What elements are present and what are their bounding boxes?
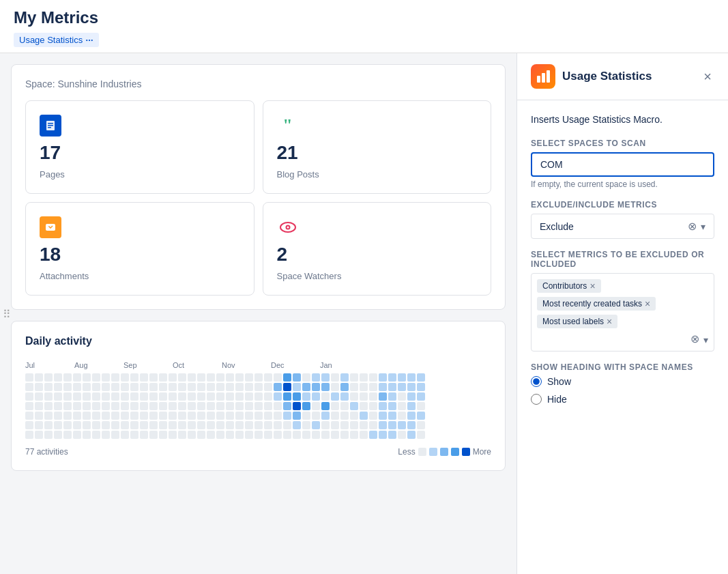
heatmap-cell — [111, 412, 119, 420]
heatmap-cell — [44, 383, 53, 391]
heatmap-cell — [159, 392, 167, 401]
heatmap-cell — [149, 402, 158, 410]
heatmap-cell — [302, 392, 310, 401]
heatmap-cell — [54, 383, 62, 391]
heatmap-cell — [283, 373, 291, 382]
svg-point-0 — [89, 39, 90, 40]
tags-arrow-icon[interactable]: ▾ — [703, 334, 708, 345]
heatmap-cell — [274, 392, 282, 401]
heatmap-cell — [83, 431, 91, 439]
heatmap-cell — [102, 421, 110, 429]
tag-contributors-remove[interactable]: × — [589, 281, 595, 291]
tag-recently-remove[interactable]: × — [645, 299, 650, 308]
tag-labels-remove[interactable]: × — [607, 317, 612, 326]
heatmap-cell — [321, 392, 330, 401]
spaces-input[interactable] — [531, 152, 714, 177]
heatmap-cell — [159, 431, 167, 439]
radio-hide-label[interactable]: Hide — [531, 394, 714, 405]
heatmap-legend: Less More — [398, 447, 491, 457]
heatmap-cell — [121, 421, 129, 429]
heatmap-cell — [159, 383, 167, 391]
left-panel: ⠿ Space: Sunshine Industries 17 Pages " … — [0, 53, 516, 574]
heatmap-cell — [92, 402, 100, 410]
heatmap-cell — [340, 383, 349, 391]
heatmap-cell — [379, 431, 387, 439]
heatmap-cell — [293, 421, 301, 429]
heatmap-cell — [25, 421, 33, 429]
heatmap-cell — [149, 421, 158, 429]
heatmap-cell — [83, 421, 91, 429]
heatmap-cell — [44, 392, 53, 401]
heatmap-cell — [130, 373, 139, 382]
heatmap-cell — [102, 402, 110, 410]
metrics-select[interactable]: Exclude ⊗ ▾ — [531, 214, 714, 239]
heatmap-cell — [321, 383, 330, 391]
heatmap-cell — [25, 402, 33, 410]
metrics-label: Exclude/Include metrics — [531, 200, 714, 210]
heatmap-cell — [398, 373, 406, 382]
heatmap-cell — [407, 402, 416, 410]
heatmap-cell — [63, 383, 72, 391]
close-button[interactable]: × — [701, 67, 714, 86]
watcher-icon — [277, 216, 299, 238]
heatmap-cell — [111, 421, 119, 429]
heatmap-cell — [207, 402, 215, 410]
heatmap-cell — [417, 421, 425, 429]
heatmap-cell — [188, 392, 196, 401]
heatmap-cell — [216, 392, 224, 401]
heatmap-cell — [25, 431, 33, 439]
radio-show[interactable] — [531, 376, 542, 387]
heatmap-cell — [254, 402, 263, 410]
heatmap-cell — [207, 392, 215, 401]
select-arrow-icon[interactable]: ▾ — [701, 221, 705, 232]
heatmap-cell — [283, 421, 291, 429]
heatmap-cell — [245, 402, 253, 410]
metrics-group: Exclude/Include metrics Exclude ⊗ ▾ — [531, 200, 714, 239]
heatmap-cell — [111, 373, 119, 382]
tags-clear-icon[interactable]: ⊗ — [690, 332, 699, 345]
heatmap-cell — [226, 392, 234, 401]
heatmap-cell — [254, 383, 263, 391]
heatmap-cell — [73, 392, 81, 401]
right-panel-title: Usage Statistics — [562, 70, 652, 83]
heatmap-cell — [350, 421, 358, 429]
heatmap-cell — [44, 421, 53, 429]
heatmap-cell — [216, 421, 224, 429]
heatmap-cell — [92, 383, 100, 391]
heatmap-cell — [379, 421, 387, 429]
heatmap-cell — [35, 373, 43, 382]
heatmap-cell — [216, 402, 224, 410]
heatmap-cell — [312, 431, 320, 439]
heatmap-cell — [293, 383, 301, 391]
heatmap-cell — [360, 392, 368, 401]
heatmap-cell — [350, 373, 358, 382]
heatmap-row — [25, 412, 491, 420]
month-nov: Nov — [222, 361, 271, 369]
drag-handle[interactable]: ⠿ — [3, 307, 11, 320]
svg-point-8 — [48, 225, 50, 227]
radio-show-label[interactable]: Show — [531, 376, 714, 387]
radio-hide[interactable] — [531, 394, 542, 405]
watchers-label: Space Watchers — [277, 271, 478, 281]
heading-group: Show heading with space names Show Hide — [531, 362, 714, 405]
heatmap-cell — [159, 373, 167, 382]
heatmap-cell — [54, 402, 62, 410]
spaces-label: Select spaces to scan — [531, 139, 714, 148]
heatmap-cell — [407, 392, 416, 401]
breadcrumb-tag[interactable]: Usage Statistics — [14, 33, 99, 47]
page-title: My Metrics — [14, 8, 714, 27]
month-sep: Sep — [123, 361, 173, 369]
metrics-select-value: Exclude — [540, 221, 574, 232]
heatmap-cell — [63, 392, 72, 401]
heatmap-cell — [63, 412, 72, 420]
heatmap-cell — [340, 373, 349, 382]
heatmap-cell — [63, 402, 72, 410]
legend-1 — [429, 448, 437, 456]
heatmap-cell — [25, 383, 33, 391]
heatmap-cell — [159, 402, 167, 410]
heatmap-cell — [83, 392, 91, 401]
heatmap-cell — [321, 373, 330, 382]
space-title: Space: Sunshine Industries — [25, 78, 491, 89]
heatmap-cell — [130, 431, 139, 439]
select-clear-icon[interactable]: ⊗ — [688, 220, 697, 233]
